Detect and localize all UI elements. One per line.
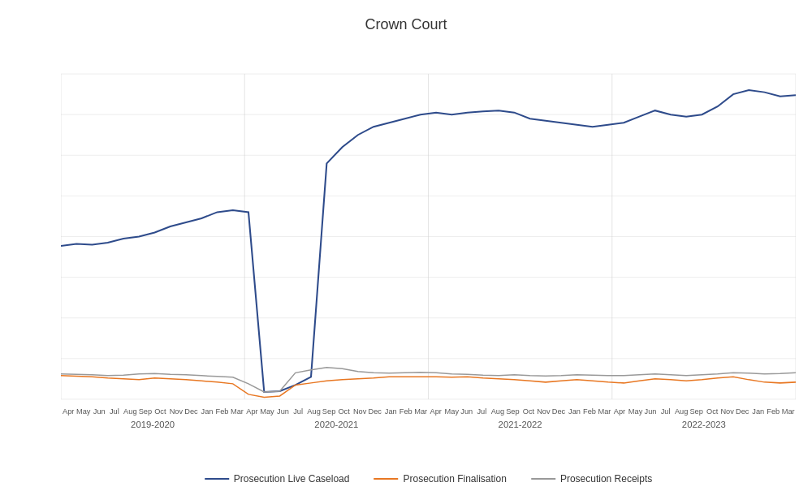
svg-text:Dec: Dec xyxy=(184,407,198,416)
legend-label-finalisation: Prosecution Finalisation xyxy=(403,473,506,485)
svg-text:May: May xyxy=(628,407,643,416)
svg-text:Nov: Nov xyxy=(170,407,184,416)
svg-text:Oct: Oct xyxy=(154,407,166,416)
svg-text:Sep: Sep xyxy=(139,407,152,416)
svg-text:Jun: Jun xyxy=(277,407,289,416)
svg-text:Dec: Dec xyxy=(368,407,382,416)
svg-text:Aug: Aug xyxy=(675,407,688,416)
legend-item-receipts: Prosecution Receipts xyxy=(531,473,652,485)
svg-text:Jun: Jun xyxy=(93,407,106,416)
svg-text:Dec: Dec xyxy=(552,407,566,416)
chart-legend: Prosecution Live Caseload Prosecution Fi… xyxy=(205,473,653,485)
main-chart-svg: 0 10,000 20,000 30,000 40,000 50,000 60,… xyxy=(61,41,796,432)
legend-label-caseload: Prosecution Live Caseload xyxy=(234,473,350,485)
svg-text:Apr: Apr xyxy=(430,407,442,416)
svg-text:Jul: Jul xyxy=(293,407,303,416)
svg-text:Feb: Feb xyxy=(216,407,229,416)
svg-text:Aug: Aug xyxy=(123,407,136,416)
svg-text:May: May xyxy=(76,407,91,416)
svg-text:Jul: Jul xyxy=(477,407,486,416)
legend-line-finalisation xyxy=(374,478,398,480)
svg-text:May: May xyxy=(445,407,460,416)
svg-text:Feb: Feb xyxy=(400,407,412,416)
svg-text:Oct: Oct xyxy=(338,407,350,416)
legend-item-finalisation: Prosecution Finalisation xyxy=(374,473,506,485)
chart-area: 0 10,000 20,000 30,000 40,000 50,000 60,… xyxy=(61,41,796,432)
svg-text:Oct: Oct xyxy=(523,407,535,416)
svg-text:Apr: Apr xyxy=(246,407,257,416)
chart-container: Crown Court 0 10,000 20,000 30,000 40,00… xyxy=(0,0,812,504)
svg-text:Feb: Feb xyxy=(767,407,780,416)
svg-text:Jan: Jan xyxy=(385,407,397,416)
svg-text:Feb: Feb xyxy=(583,407,596,416)
chart-title: Crown Court xyxy=(16,16,796,33)
svg-text:Jun: Jun xyxy=(645,407,657,416)
svg-text:Apr: Apr xyxy=(614,407,625,416)
svg-text:2020-2021: 2020-2021 xyxy=(314,420,358,429)
legend-line-receipts xyxy=(531,478,555,480)
svg-text:Jul: Jul xyxy=(110,407,119,416)
svg-text:Nov: Nov xyxy=(353,407,367,416)
svg-text:Jun: Jun xyxy=(460,407,473,416)
svg-text:Jan: Jan xyxy=(752,407,764,416)
svg-text:2021-2022: 2021-2022 xyxy=(499,420,542,429)
svg-text:2019-2020: 2019-2020 xyxy=(131,420,175,429)
svg-text:Mar: Mar xyxy=(231,407,244,416)
svg-text:Apr: Apr xyxy=(63,407,74,416)
svg-text:Aug: Aug xyxy=(491,407,504,416)
legend-label-receipts: Prosecution Receipts xyxy=(560,473,652,485)
svg-text:Mar: Mar xyxy=(782,407,795,416)
svg-text:Jul: Jul xyxy=(661,407,671,416)
legend-item-caseload: Prosecution Live Caseload xyxy=(205,473,350,485)
svg-text:Mar: Mar xyxy=(598,407,611,416)
legend-line-caseload xyxy=(205,478,229,480)
svg-text:Mar: Mar xyxy=(414,407,427,416)
svg-text:2022-2023: 2022-2023 xyxy=(682,420,726,429)
svg-text:Nov: Nov xyxy=(720,407,734,416)
svg-text:Sep: Sep xyxy=(322,407,335,416)
svg-text:Oct: Oct xyxy=(706,407,719,416)
svg-text:Jan: Jan xyxy=(201,407,214,416)
svg-text:Dec: Dec xyxy=(736,407,749,416)
svg-text:Sep: Sep xyxy=(689,407,702,416)
svg-text:May: May xyxy=(260,407,274,416)
svg-text:Nov: Nov xyxy=(537,407,551,416)
svg-text:Jan: Jan xyxy=(568,407,581,416)
svg-text:Aug: Aug xyxy=(307,407,320,416)
svg-text:Sep: Sep xyxy=(506,407,519,416)
